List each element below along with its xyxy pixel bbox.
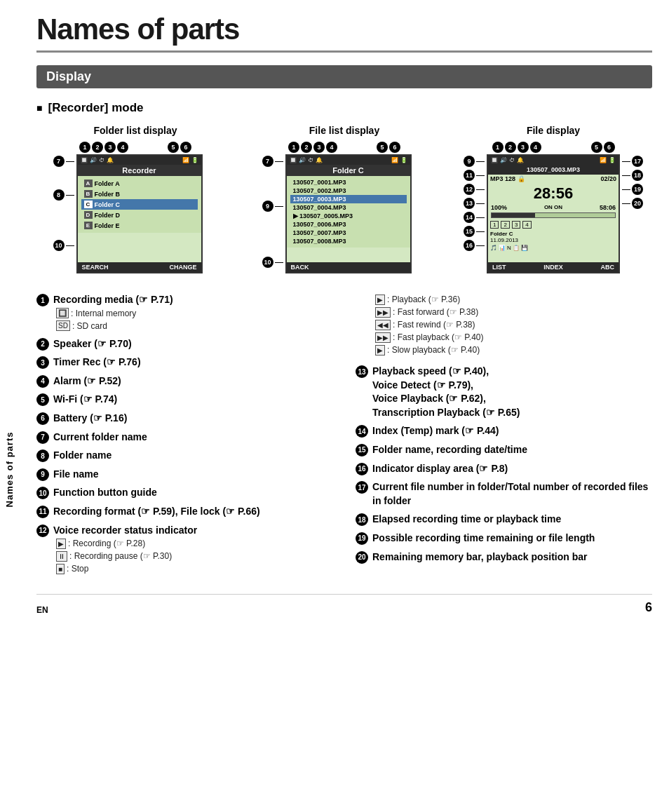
- side-label-19c: 19: [622, 182, 643, 196]
- side-label-15c: 15: [464, 224, 485, 238]
- side-label-16c: 16: [464, 238, 485, 252]
- desc-15: 15 Folder name, recording date/time: [356, 443, 652, 457]
- num4c: 4: [530, 142, 541, 153]
- page-footer: EN 6: [36, 594, 652, 615]
- num2c: 2: [505, 142, 516, 153]
- panel-file-list: File list display 1 2 3 4 5 6: [245, 125, 443, 273]
- desc-16: 16 Indicator display area (☞ P.8): [356, 462, 652, 476]
- num1b: 1: [288, 142, 299, 153]
- num6b: 6: [389, 142, 400, 153]
- desc-14: 14 Index (Temp) mark (☞ P.44): [356, 424, 652, 438]
- desc-1: 1 Recording media (☞ P.71) 🔲: Internal m…: [36, 293, 333, 332]
- panel-file-display: File display 1 2 3 4 5 6: [454, 125, 652, 273]
- num3b: 3: [313, 142, 325, 153]
- desc-col-left: 1 Recording media (☞ P.71) 🔲: Internal m…: [36, 293, 333, 580]
- num6c: 6: [604, 142, 615, 153]
- desc-playback-items: ▶: Playback (☞ P.36) ▶▶: Fast forward (☞…: [372, 293, 652, 356]
- num3: 3: [104, 142, 116, 153]
- side-label-13c: 13: [464, 196, 485, 210]
- panel2-title: File list display: [309, 125, 379, 136]
- desc-13: 13 Playback speed (☞ P.40),Voice Detect …: [356, 365, 652, 419]
- desc-5: 5 Wi-Fi (☞ P.74): [36, 393, 333, 407]
- side-label-10b: 10: [262, 255, 283, 269]
- num6: 6: [180, 142, 191, 153]
- num5b: 5: [377, 142, 388, 153]
- num1: 1: [79, 142, 90, 153]
- num2: 2: [92, 142, 103, 153]
- footer-page: 6: [645, 600, 652, 615]
- num3c: 3: [518, 142, 529, 153]
- side-label-9c: 9: [464, 154, 485, 168]
- lcd-file-display-screen: 🔲🔊⏱🔔 📶🔋 130507_0003.MP3 MP3 128 🔒 02/20 …: [487, 154, 620, 273]
- descriptions: 1 Recording media (☞ P.71) 🔲: Internal m…: [36, 293, 652, 580]
- desc-9: 9 File name: [36, 468, 333, 482]
- desc-10: 10 Function button guide: [36, 486, 333, 500]
- lcd-filelist-screen: 🔲🔊⏱🔔 📶🔋 Folder C 130507_0001.MP3 130507_…: [285, 154, 412, 273]
- num5c: 5: [591, 142, 602, 153]
- desc-18: 18 Elapsed recording time or playback ti…: [356, 513, 652, 527]
- desc-17: 17 Current file number in folder/Total n…: [356, 480, 652, 508]
- side-label-7b: 7: [262, 154, 283, 168]
- desc-11: 11 Recording format (☞ P.59), File lock …: [36, 505, 333, 519]
- sidebar-label: Names of parts: [0, 126, 20, 812]
- footer-lang: EN: [36, 605, 48, 615]
- desc-7: 7 Current folder name: [36, 431, 333, 445]
- side-label-12c: 12: [464, 182, 485, 196]
- desc-3: 3 Timer Rec (☞ P.76): [36, 356, 333, 370]
- panel-folder-list: Folder list display 1 2 3 4 5 6: [36, 125, 234, 273]
- side-label-7: 7: [53, 154, 74, 168]
- side-label-11c: 11: [464, 168, 485, 182]
- side-label-10: 10: [53, 238, 74, 252]
- panel3-title: File display: [527, 125, 580, 136]
- mode-heading: [Recorder] mode: [36, 101, 652, 115]
- desc-12: 12 Voice recorder status indicator ▶: Re…: [36, 524, 333, 576]
- num5: 5: [168, 142, 179, 153]
- side-label-18c: 18: [622, 168, 643, 182]
- panel1-title: Folder list display: [93, 125, 177, 136]
- side-label-8: 8: [53, 188, 74, 202]
- desc-19: 19 Possible recording time remaining or …: [356, 532, 652, 546]
- num4b: 4: [326, 142, 337, 153]
- desc-8: 8 Folder name: [36, 449, 333, 463]
- num2b: 2: [301, 142, 312, 153]
- side-label-17c: 17: [622, 154, 643, 168]
- side-label-9b: 9: [262, 199, 283, 213]
- page-title: Names of parts: [36, 13, 652, 53]
- desc-col-right: ▶: Playback (☞ P.36) ▶▶: Fast forward (☞…: [356, 293, 652, 580]
- section-display-header: Display: [36, 65, 652, 88]
- desc-20: 20 Remaining memory bar, playback positi…: [356, 550, 652, 564]
- desc-2: 2 Speaker (☞ P.70): [36, 337, 333, 351]
- side-label-14c: 14: [464, 210, 485, 224]
- side-label-20c: 20: [622, 196, 643, 210]
- display-panels: Folder list display 1 2 3 4 5 6: [36, 125, 652, 273]
- num1c: 1: [492, 142, 504, 153]
- num4: 4: [117, 142, 128, 153]
- desc-6: 6 Battery (☞ P.16): [36, 412, 333, 426]
- lcd-folder-screen: 🔲🔊⏱🔔 📶🔋 Recorder AFolder A: [76, 154, 203, 273]
- desc-4: 4 Alarm (☞ P.52): [36, 374, 333, 388]
